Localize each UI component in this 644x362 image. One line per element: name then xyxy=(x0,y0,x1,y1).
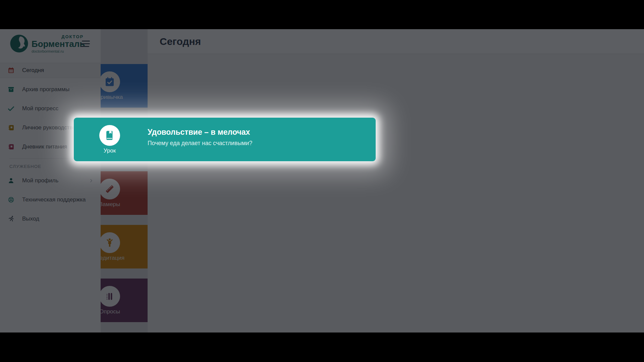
card-title: Удовольствие – в мелочах xyxy=(148,128,252,137)
letterbox-bottom xyxy=(0,333,644,362)
card-category-label: Урок xyxy=(104,147,116,154)
book-icon xyxy=(99,125,120,146)
tutorial-dim-overlay xyxy=(0,29,644,333)
screen: ДОКТОР Борменталь doctorbormental.ru Сег… xyxy=(0,0,644,362)
card-lesson[interactable]: Урок Удовольствие – в мелочах Почему еда… xyxy=(74,118,376,161)
card-text: Удовольствие – в мелочах Почему еда дела… xyxy=(148,128,252,147)
app-window: ДОКТОР Борменталь doctorbormental.ru Сег… xyxy=(0,29,644,333)
card-icon-block: Урок xyxy=(91,125,128,154)
letterbox-top xyxy=(0,0,644,29)
card-subtitle: Почему еда делает нас счастливыми? xyxy=(148,140,252,147)
